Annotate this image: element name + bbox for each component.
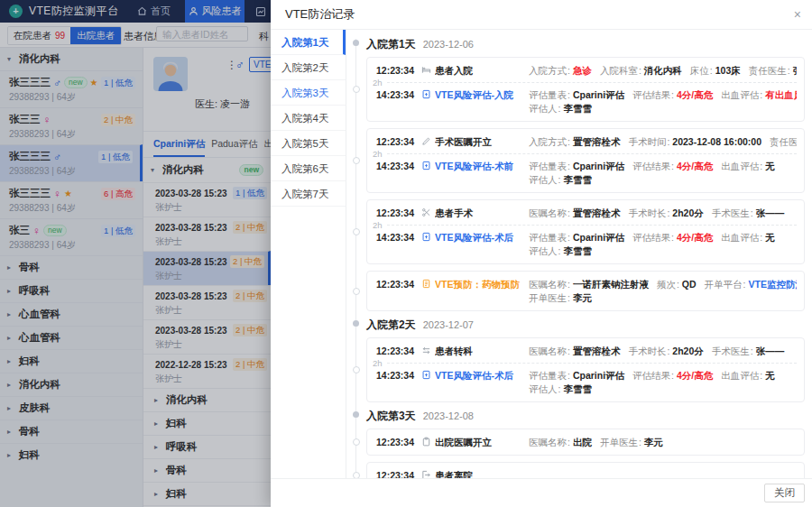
day-nav-item-2[interactable]: 入院第2天 [271,55,346,80]
field-value: 李元 [573,292,592,303]
drawer-footer: 关闭 [271,478,812,507]
field-label: 手术医生 [712,207,753,218]
field-value: Cparini评估 [573,161,624,171]
field-value: Cparini评估 [573,370,624,381]
event-title: 患者手术 [435,206,529,220]
medication-icon [421,277,435,289]
field-label: 评估量表 [529,232,570,243]
field-label: 手术时间 [628,136,669,147]
document-icon [421,368,435,380]
time-gap: 2h [376,78,797,88]
drawer-header: VTE防治记录 × [271,0,812,30]
vte-assessment-link[interactable]: VTE风险评估-术后 [435,368,529,383]
drawer-body: 入院第1天 入院第2天 入院第3天 入院第4天 入院第5天 入院第6天 入院第7… [271,30,812,478]
field-value: 无 [765,232,775,243]
day-title: 入院第3天 [366,409,416,424]
field-label: 医嘱名称 [529,279,570,290]
field-value: Cparini评估 [573,89,624,100]
field-value: Cparini评估 [573,232,624,243]
field-label: 入院方式 [529,136,570,147]
field-value: 置管溶栓术 [573,346,621,356]
event-time: 12:23:34 [376,435,421,449]
field-value: 李元 [644,437,663,447]
record-card: 12:23:34 患者入院 入院方式急诊 入院科室消化内科 床位103床 责任医… [366,57,805,122]
day-nav-item-3[interactable]: 入院第3天 [271,80,346,106]
field-label: 评估量表 [529,161,570,171]
time-gap: 2h [376,358,797,368]
field-value: 李雪雪 [563,103,592,114]
bed-icon [421,63,435,75]
day-header: 入院第1天 2023-12-06 [366,37,805,52]
event-time: 14:23:34 [376,159,421,173]
event-title: 手术医嘱开立 [435,134,529,149]
clipboard-icon [421,435,435,447]
close-icon[interactable]: × [794,8,801,21]
field-value: 2023-12-08 16:00:00 [672,136,761,147]
field-label: 入院方式 [529,65,570,76]
day-nav-item-4[interactable]: 入院第4天 [271,106,346,131]
field-value: 2h20分 [672,346,703,356]
field-label: 出血评估 [721,89,762,100]
event-title: 患者转科 [435,344,529,358]
transfer-icon [421,344,435,355]
field-label: 手术医生 [712,346,753,356]
day-nav-item-1[interactable]: 入院第1天 [271,30,346,55]
day-header: 入院第3天 2023-12-08 [366,409,805,424]
record-card: 12:23:34 VTE预防：药物预防 医嘱名称一诺肝素钠注射液 频次QD 开单… [366,271,805,311]
record-card: 12:23:34 患者手术 医嘱名称置管溶栓术 手术时长2h20分 手术医生张—… [366,199,805,264]
day-nav-item-7[interactable]: 入院第7天 [271,181,346,207]
field-value: 置管溶栓术 [573,136,621,147]
document-icon [421,230,435,242]
event-title: VTE预防：药物预防 [435,277,529,291]
field-label: 评估结果 [632,161,674,171]
field-label: 评估人 [529,103,560,114]
vte-assessment-link[interactable]: VTE风险评估-术后 [435,230,529,244]
drawer-mask[interactable] [0,0,271,507]
field-value: 103床 [715,65,741,76]
vte-record-drawer: VTE防治记录 × 入院第1天 入院第2天 入院第3天 入院第4天 入院第5天 … [271,0,812,507]
day-nav: 入院第1天 入院第2天 入院第3天 入院第4天 入院第5天 入院第6天 入院第7… [271,30,346,478]
event-time: 14:23:34 [376,368,421,383]
field-value: 无 [765,370,775,381]
field-label: 评估人 [529,174,560,185]
document-icon [421,159,435,171]
time-gap: 2h [376,220,797,230]
field-value: 4分/高危 [677,232,713,243]
vte-assessment-link[interactable]: VTE风险评估-入院 [435,88,529,102]
day-date: 2023-12-07 [423,319,474,330]
vte-assessment-link[interactable]: VTE风险评估-术前 [435,159,529,173]
field-value: 李雪雪 [563,174,592,185]
field-label: 评估结果 [632,370,674,381]
field-value: 消化内科 [644,65,682,76]
field-label: 手术时长 [628,346,669,356]
record-card: 12:23:34 患者离院 [366,462,805,478]
event-title: 患者离院 [435,468,529,478]
field-value: 4分/高危 [677,161,713,171]
drawer-title: VTE防治记录 [285,6,355,23]
pen-icon [421,134,435,146]
day-nav-item-5[interactable]: 入院第5天 [271,131,346,156]
field-label: 入院科室 [600,65,641,76]
record-card: 12:23:34 出院医嘱开立 医嘱名称出院 开单医生李元 [366,429,805,456]
field-value: 4分/高危 [677,370,713,381]
event-time: 12:23:34 [376,134,421,149]
field-label: 评估人 [529,245,560,256]
field-value: 李雪雪 [563,245,592,256]
leave-hospital-icon [421,468,435,478]
field-label: 评估量表 [529,89,570,100]
field-value: 有出血风险 [765,89,797,100]
platform-link[interactable]: VTE监控防治平台 [749,279,797,290]
day-date: 2023-12-06 [423,39,474,50]
field-label: 床位 [690,65,713,76]
day-nav-item-6[interactable]: 入院第6天 [271,156,346,181]
field-label: 开单医生 [529,292,570,303]
field-label: 评估结果 [632,89,674,100]
field-value: 置管溶栓术 [573,207,621,218]
field-label: 评估人 [529,383,560,394]
close-button[interactable]: 关闭 [764,484,805,502]
time-gap: 2h [376,149,797,159]
event-time: 14:23:34 [376,88,421,102]
event-time: 12:23:34 [376,277,421,291]
field-label: 频次 [657,279,679,290]
field-value: 张—— [756,207,785,218]
